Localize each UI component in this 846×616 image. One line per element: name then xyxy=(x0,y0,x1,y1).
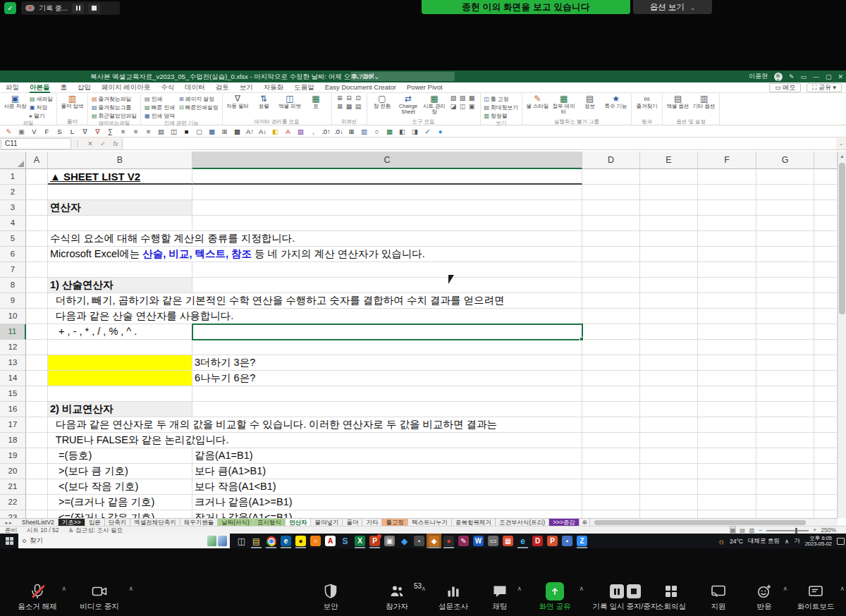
cell-F16[interactable] xyxy=(698,402,756,417)
column-header-G[interactable]: G xyxy=(756,152,814,169)
new-sheet-button[interactable]: ⊕ xyxy=(580,519,589,526)
cell-C8[interactable] xyxy=(192,278,582,293)
row-header-16[interactable]: 16 xyxy=(0,402,26,417)
row-header-8[interactable]: 8 xyxy=(0,278,26,293)
cell-X12[interactable] xyxy=(814,340,838,355)
increase-decimal-icon[interactable]: .0↑ xyxy=(321,126,331,137)
cell-B3[interactable]: 연산자 xyxy=(48,200,192,216)
cell-F20[interactable] xyxy=(698,464,756,479)
cell-A4[interactable] xyxy=(26,216,48,231)
cell-G6[interactable] xyxy=(756,247,814,262)
ribbon-button-열기[interactable]: ▸열기 xyxy=(30,111,53,120)
cell-G21[interactable] xyxy=(756,479,814,495)
doc-check-icon[interactable]: ✓ xyxy=(422,126,433,137)
ribbon-button-사본 저장[interactable]: ▣사본 저장 xyxy=(4,94,27,109)
cell-A10[interactable] xyxy=(26,309,48,324)
cell-E20[interactable] xyxy=(640,464,698,479)
cell-X21[interactable] xyxy=(814,479,838,495)
menu-tab-Power Pivot[interactable]: Power Pivot xyxy=(407,82,443,93)
insert-right-icon[interactable]: ◨ xyxy=(410,126,420,137)
share-button[interactable]: ⛶ 공유 ▾ xyxy=(807,83,842,92)
sheet-tab-틀고정[interactable]: 틀고정 xyxy=(382,519,408,526)
ribbon-button-폴더 탐색[interactable]: ▥폴더 탐색 xyxy=(61,94,84,109)
cancel-icon[interactable]: ✕ xyxy=(84,140,97,147)
tray-expand-icon[interactable]: ∧ xyxy=(785,538,789,545)
cell-D20[interactable] xyxy=(582,464,640,479)
info-icon[interactable]: ● xyxy=(435,126,446,137)
cell-F9[interactable] xyxy=(698,293,756,309)
cell-F6[interactable] xyxy=(698,247,756,262)
reactions-button[interactable]: ∧반응 xyxy=(742,582,786,613)
cell-A22[interactable] xyxy=(26,495,48,510)
special-cells-icon[interactable]: ▢ xyxy=(194,126,204,137)
cell-F15[interactable] xyxy=(698,386,756,402)
row-header-7[interactable]: 7 xyxy=(0,262,26,278)
weather-desc[interactable]: 대체로 흐림 xyxy=(748,537,780,546)
cell-E4[interactable] xyxy=(640,216,698,231)
cell-C20[interactable]: 보다 큼(A1>B1) xyxy=(192,464,582,479)
cell-C2[interactable] xyxy=(192,185,582,200)
dark-table-icon[interactable]: ▩ xyxy=(232,126,243,137)
cell-G7[interactable] xyxy=(756,262,814,278)
cell-B5[interactable]: 수식의 요소에 대해 수행할 계산의 종류를 지정합니다. xyxy=(48,231,582,247)
cell-E1[interactable] xyxy=(640,169,698,185)
search-app-icon[interactable]: ○ xyxy=(308,534,323,548)
cell-G5[interactable] xyxy=(756,231,814,247)
sheet-tab-채우기핸들[interactable]: 채우기핸들 xyxy=(180,519,219,526)
cell-X20[interactable] xyxy=(814,464,838,479)
cell-G10[interactable] xyxy=(756,309,814,324)
ribbon-button-첨부 데이터[interactable]: ▦첨부 데이터 xyxy=(552,94,575,115)
taskbar-search[interactable]: 찾기 xyxy=(18,534,230,548)
ribbon-button-즐겨찾는파일[interactable]: ▤즐겨찾는파일 xyxy=(92,94,137,103)
ribbon-button-정렬[interactable]: ⇅정렬 xyxy=(252,94,276,109)
ribbon-button-최대창보기[interactable]: ▤최대창보기 xyxy=(484,103,519,111)
cell-F18[interactable] xyxy=(698,433,756,448)
cell-D10[interactable] xyxy=(582,309,640,324)
zoom-app-icon[interactable]: Z xyxy=(575,534,589,548)
vertical-scroll-thumb[interactable] xyxy=(839,163,845,314)
remote-app-icon[interactable]: ▭ xyxy=(486,534,501,548)
chat-button[interactable]: ∧채팅 xyxy=(479,582,520,613)
cell-D8[interactable] xyxy=(582,278,640,293)
pdf-app-icon[interactable]: D xyxy=(530,534,545,548)
menu-tab-도움말[interactable]: 도움말 xyxy=(294,82,314,93)
cell-X4[interactable] xyxy=(814,216,838,231)
cell-B6[interactable]: Microsoft Excel에는 산술, 비교, 텍스트, 참조 등 네 가지… xyxy=(48,247,582,262)
cell-E19[interactable] xyxy=(640,448,698,464)
row-header-6[interactable]: 6 xyxy=(0,247,26,262)
cell-G23[interactable] xyxy=(756,510,814,518)
cell-F2[interactable] xyxy=(698,185,756,200)
powerpoint-icon[interactable]: P xyxy=(367,534,382,548)
formula-input[interactable] xyxy=(122,138,836,149)
cell-F17[interactable] xyxy=(698,417,756,433)
cell-A20[interactable] xyxy=(26,464,48,479)
menu-tab-파일[interactable]: 파일 xyxy=(6,82,19,93)
pen-app-icon[interactable]: ✎ xyxy=(456,534,471,548)
cell-G4[interactable] xyxy=(756,216,814,231)
cell-B19[interactable]: =(등호) xyxy=(48,448,192,464)
cell-D18[interactable] xyxy=(582,433,640,448)
cell-F12[interactable] xyxy=(698,340,756,355)
ribbon-mini-icon[interactable]: ▨ xyxy=(458,94,467,103)
ribbon-options-icon[interactable]: ▭ xyxy=(800,73,807,80)
minimize-button[interactable]: — xyxy=(813,73,819,80)
breakout-rooms-button[interactable]: 소회의실 xyxy=(646,582,697,613)
menu-tab-홈[interactable]: 홈 xyxy=(61,82,68,93)
cell-C23[interactable]: 작거나 같음(A1<=B1) xyxy=(192,510,582,518)
cell-F23[interactable] xyxy=(698,510,756,518)
cell-G19[interactable] xyxy=(756,448,814,464)
cell-F13[interactable] xyxy=(698,355,756,371)
cell-X14[interactable] xyxy=(814,371,838,386)
red-tile-app-icon[interactable]: ▦ xyxy=(501,534,515,548)
ribbon-button-페이지 설정[interactable]: ⊞페이지 설정 xyxy=(179,94,218,103)
weather-icon[interactable]: ☼ xyxy=(718,537,725,546)
cell-A2[interactable] xyxy=(26,185,48,200)
stop-recording-button[interactable] xyxy=(88,4,100,13)
sheet-tab-입문[interactable]: 입문 xyxy=(85,519,105,526)
ribbon-button-새파일[interactable]: ▤새파일 xyxy=(30,94,53,103)
sheet-tab-단축키[interactable]: 단축키 xyxy=(105,519,131,526)
ribbon-button-엑셀 피벗[interactable]: ◫엑셀 피벗 xyxy=(278,94,302,109)
l-macro-button[interactable]: L xyxy=(67,126,78,137)
cell-G18[interactable] xyxy=(756,433,814,448)
sheet-tab-표시형식[interactable]: 표시형식 xyxy=(254,519,286,526)
